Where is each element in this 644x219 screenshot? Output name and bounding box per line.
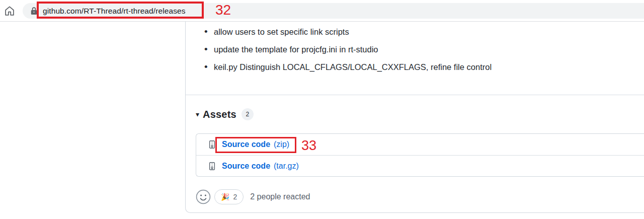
asset-link-name: Source code xyxy=(222,140,270,149)
assets-title: Assets xyxy=(203,109,236,120)
tada-emoji-icon: 🎉 xyxy=(221,193,229,200)
browser-window: github.com/RT-Thread/rt-thread/releases … xyxy=(0,0,644,219)
asset-link-name: Source code xyxy=(222,162,270,170)
zip-file-icon xyxy=(208,140,216,149)
source-code-zip-link[interactable]: Source code(zip) xyxy=(222,140,289,149)
section-divider xyxy=(186,95,644,95)
zip-annotation-number: 33 xyxy=(301,138,316,154)
release-note-item: update the template for projcfg.ini in r… xyxy=(214,44,638,55)
add-reaction-button[interactable] xyxy=(196,189,211,204)
reaction-tada-pill[interactable]: 🎉 2 xyxy=(214,189,244,204)
home-button[interactable] xyxy=(4,5,16,17)
smiley-icon xyxy=(196,189,211,204)
reactions-row: 🎉 2 2 people reacted xyxy=(196,189,310,204)
assets-count-badge: 2 xyxy=(242,108,254,120)
home-icon xyxy=(4,5,15,17)
release-note-item: keil.py Distinguish LOCAL_CFLAGS/LOCAL_C… xyxy=(214,62,638,72)
url-annotation-number: 32 xyxy=(215,2,231,18)
url-text: github.com/RT-Thread/rt-thread/releases xyxy=(43,7,186,16)
asset-row-zip: Source code(zip) xyxy=(196,134,644,155)
source-code-targz-link[interactable]: Source code(tar.gz) xyxy=(222,162,299,171)
browser-toolbar: github.com/RT-Thread/rt-thread/releases xyxy=(0,0,644,22)
address-bar[interactable]: github.com/RT-Thread/rt-thread/releases xyxy=(23,3,644,19)
reaction-summary: 2 people reacted xyxy=(250,192,310,201)
release-card: allow users to set specific link scripts… xyxy=(185,22,644,213)
zip-file-icon xyxy=(208,162,216,171)
lock-icon[interactable] xyxy=(31,7,37,15)
assets-box: Source code(zip) Source code(tar.gz) xyxy=(196,133,644,177)
asset-link-format: (zip) xyxy=(274,140,289,149)
chevron-down-icon: ▾ xyxy=(196,111,199,118)
release-note-item: allow users to set specific link scripts xyxy=(214,27,638,37)
asset-row-targz: Source code(tar.gz) xyxy=(196,155,644,176)
assets-toggle[interactable]: ▾ Assets 2 xyxy=(196,108,254,120)
release-notes-list: allow users to set specific link scripts… xyxy=(214,27,638,80)
reaction-count: 2 xyxy=(233,193,237,201)
asset-link-format: (tar.gz) xyxy=(274,162,299,170)
